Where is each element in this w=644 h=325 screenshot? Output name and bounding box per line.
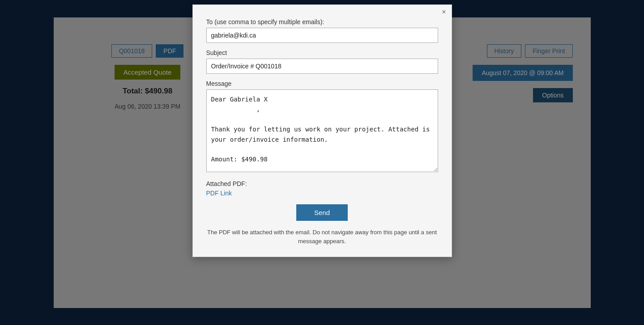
message-field-group: Message Dear Gabriela X , Thank you for … xyxy=(206,80,438,174)
to-field-group: To (use comma to specify multiple emails… xyxy=(206,18,438,43)
send-button[interactable]: Send xyxy=(296,204,348,221)
pdf-link[interactable]: PDF Link xyxy=(206,190,232,197)
send-button-container: Send xyxy=(206,204,438,221)
subject-field-group: Subject xyxy=(206,49,438,74)
attached-pdf-section: Attached PDF: PDF Link xyxy=(206,180,438,197)
message-textarea[interactable]: Dear Gabriela X , Thank you for letting … xyxy=(206,89,438,172)
to-input[interactable] xyxy=(206,28,438,43)
to-label: To (use comma to specify multiple emails… xyxy=(206,18,438,25)
message-label: Message xyxy=(206,80,438,87)
close-button[interactable]: × xyxy=(442,8,446,16)
email-modal: × To (use comma to specify multiple emai… xyxy=(192,4,452,257)
disclaimer-text: The PDF will be attached with the email.… xyxy=(206,228,438,245)
subject-input[interactable] xyxy=(206,59,438,74)
modal-overlay: × To (use comma to specify multiple emai… xyxy=(0,0,644,325)
attached-label: Attached PDF: xyxy=(206,180,438,187)
subject-label: Subject xyxy=(206,49,438,56)
